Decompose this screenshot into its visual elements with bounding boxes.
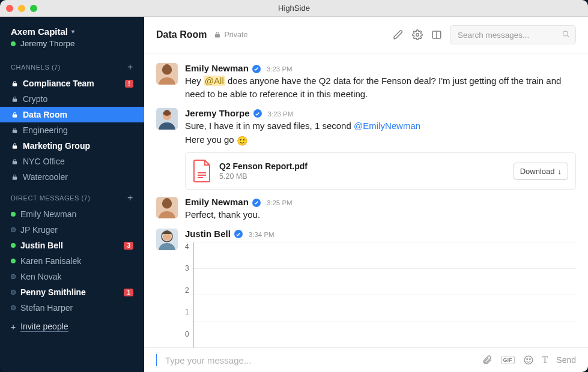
- dm-label: Ken Novak: [20, 272, 61, 281]
- presence-indicator-icon: [11, 243, 16, 248]
- gif-icon[interactable]: GIF: [501, 356, 515, 364]
- app-body: Axem Capital ▾ Jeremy Thorpe CHANNELS (7…: [0, 17, 588, 372]
- lock-icon: [214, 31, 221, 38]
- channel-label: Watercooler: [23, 172, 68, 182]
- sidebar-dm-item[interactable]: Justin Bell3: [0, 238, 144, 253]
- svg-rect-7: [198, 172, 206, 173]
- svg-line-4: [568, 35, 569, 37]
- unread-badge: 1: [124, 289, 133, 296]
- current-user-name: Jeremy Thorpe: [20, 39, 75, 48]
- formatting-icon[interactable]: T: [542, 355, 548, 365]
- lock-icon: [11, 112, 18, 118]
- svg-rect-9: [198, 177, 203, 178]
- sidebar-channel-item[interactable]: Data Room: [0, 107, 144, 122]
- verified-badge-icon: [252, 199, 261, 207]
- avatar[interactable]: [156, 229, 178, 250]
- lock-icon: [11, 80, 18, 87]
- search-input[interactable]: [450, 25, 576, 44]
- channel-label: Marketing Group: [23, 141, 90, 151]
- lock-icon: [11, 96, 18, 103]
- composer-input[interactable]: [165, 355, 473, 365]
- message-author[interactable]: Jeremy Thorpe: [185, 108, 250, 118]
- dm-label: Justin Bell: [20, 241, 63, 250]
- edit-icon[interactable]: [392, 29, 404, 41]
- svg-point-0: [416, 34, 419, 37]
- workspace-switcher[interactable]: Axem Capital ▾: [0, 24, 144, 39]
- add-channel-button[interactable]: +: [127, 62, 133, 72]
- message-text: Sure, I have it in my saved files, 1 sec…: [185, 119, 576, 133]
- chart-plot: [193, 242, 576, 347]
- message-list[interactable]: Emily Newman 3:23 PM Hey @All does anyon…: [144, 53, 588, 347]
- invite-people-button[interactable]: + Invite people: [0, 316, 144, 338]
- mention-user[interactable]: @EmilyNewman: [354, 121, 420, 131]
- message-text: Hey @All does anyone have the Q2 data fo…: [185, 74, 576, 101]
- mention-all[interactable]: @All: [204, 76, 225, 86]
- message-timestamp: 3:23 PM: [267, 65, 292, 73]
- message-author[interactable]: Emily Newman: [185, 63, 249, 73]
- message-author[interactable]: Justin Bell: [185, 229, 231, 239]
- message-text: Here you go 🙂: [185, 133, 576, 148]
- main-panel: Data Room Private: [144, 17, 588, 372]
- channel-label: Engineering: [23, 125, 68, 135]
- emoji-icon[interactable]: [523, 355, 534, 365]
- verified-badge-icon: [252, 65, 261, 73]
- sidebar-dm-item[interactable]: JP Kruger: [0, 222, 144, 238]
- channel-label: Data Room: [23, 110, 67, 119]
- sidebar-channel-item[interactable]: Marketing Group: [0, 138, 144, 154]
- dms-section-header: DIRECT MESSAGES (7) +: [0, 185, 144, 206]
- attach-file-icon[interactable]: [482, 355, 493, 365]
- chart-attachment: 43210 JanFebMarAprMayJunJulAugSepOctNovD…: [185, 242, 576, 347]
- avatar[interactable]: [156, 197, 178, 218]
- message-row: Justin Bell 3:34 PM 43210: [156, 229, 576, 347]
- sidebar-channel-item[interactable]: Engineering: [0, 122, 144, 138]
- presence-indicator-icon: [11, 259, 16, 263]
- avatar[interactable]: [156, 63, 178, 85]
- sidebar-dm-item[interactable]: Ken Novak: [0, 269, 144, 284]
- add-dm-button[interactable]: +: [127, 193, 133, 203]
- svg-rect-8: [198, 175, 206, 176]
- sidebar-dm-item[interactable]: Karen Fanisalek: [0, 253, 144, 269]
- sidebar: Axem Capital ▾ Jeremy Thorpe CHANNELS (7…: [0, 17, 144, 372]
- channel-header: Data Room Private: [144, 17, 588, 53]
- channel-label: NYC Office: [23, 157, 65, 166]
- sidebar-channel-item[interactable]: Compliance Team!: [0, 76, 144, 91]
- current-user-row[interactable]: Jeremy Thorpe: [0, 39, 144, 54]
- file-size: 5.20 MB: [219, 172, 506, 181]
- verified-badge-icon: [234, 230, 243, 238]
- sidebar-dm-item[interactable]: Penny Smithline1: [0, 284, 144, 300]
- gear-icon[interactable]: [411, 29, 423, 41]
- verified-badge-icon: [253, 109, 262, 118]
- file-name[interactable]: Q2 Fenson Report.pdf: [219, 161, 506, 171]
- presence-indicator-icon: [11, 212, 16, 217]
- pdf-file-icon: [193, 159, 212, 183]
- y-tick-label: 2: [185, 286, 189, 295]
- window-title: HighSide: [0, 4, 588, 13]
- svg-point-13: [524, 356, 533, 364]
- sidebar-dm-item[interactable]: Emily Newman: [0, 206, 144, 222]
- avatar[interactable]: [156, 108, 178, 130]
- presence-indicator-icon: [11, 41, 16, 46]
- channel-label: Compliance Team: [23, 79, 94, 88]
- lock-icon: [11, 127, 18, 134]
- sidebar-channel-item[interactable]: Crypto: [0, 91, 144, 107]
- send-button[interactable]: Send: [556, 355, 576, 365]
- chart-y-axis: 43210: [185, 242, 193, 347]
- message-row: Emily Newman 3:23 PM Hey @All does anyon…: [156, 63, 576, 101]
- lock-icon: [11, 174, 18, 181]
- message-timestamp: 3:25 PM: [267, 199, 292, 206]
- download-button[interactable]: Download ↓: [514, 163, 568, 180]
- message-timestamp: 3:34 PM: [249, 231, 274, 238]
- message-row: Jeremy Thorpe 3:23 PM Sure, I have it in…: [156, 108, 576, 190]
- channels-section-header: CHANNELS (7) +: [0, 54, 144, 76]
- message-author[interactable]: Emily Newman: [185, 197, 249, 207]
- search-icon: [562, 30, 570, 40]
- presence-indicator-icon: [11, 274, 16, 279]
- sidebar-channel-item[interactable]: Watercooler: [0, 169, 144, 185]
- sidebar-channel-item[interactable]: NYC Office: [0, 154, 144, 169]
- sidebar-dm-item[interactable]: Stefan Harper: [0, 300, 144, 316]
- unread-badge: 3: [124, 242, 133, 250]
- details-panel-icon[interactable]: [431, 29, 443, 41]
- search-wrapper: [450, 25, 576, 44]
- presence-indicator-icon: [11, 290, 16, 295]
- channel-label: Crypto: [23, 94, 47, 104]
